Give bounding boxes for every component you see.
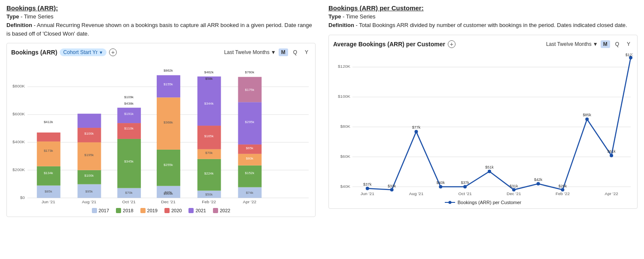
svg-text:$80K: $80K: [340, 123, 351, 128]
legend-2020: 2020: [164, 208, 182, 213]
right-line-chart: $40K $60K $80K $100K $120K: [333, 51, 633, 197]
svg-text:$42k: $42k: [534, 177, 543, 181]
svg-text:$303k: $303k: [164, 192, 173, 196]
legend-swatch-2017: [92, 208, 97, 213]
svg-rect-62: [238, 166, 261, 187]
svg-text:$255k: $255k: [164, 163, 173, 167]
legend-swatch-2019: [140, 208, 146, 213]
svg-text:Jun '21: Jun '21: [361, 191, 374, 196]
svg-point-92: [439, 185, 442, 188]
left-metric-definition: Definition - Annual Recurring Revenue sh…: [6, 21, 316, 38]
left-period-y[interactable]: Y: [302, 48, 311, 56]
line-legend-item: Bookings (ARR) per Customer: [445, 200, 522, 205]
svg-text:$155k: $155k: [164, 82, 173, 86]
svg-text:$100k: $100k: [85, 132, 94, 136]
right-chart-title-group: Average Bookings (ARR) per Customer +: [333, 40, 456, 48]
left-chart-controls: Last Twelve Months ▼ M Q Y: [224, 48, 311, 56]
legend-2019: 2019: [140, 208, 158, 213]
cohort-dropdown-arrow: ▼: [99, 50, 103, 55]
legend-swatch-2021: [188, 208, 194, 213]
left-metric-type: Type - Time Series: [6, 13, 316, 20]
cohort-badge[interactable]: Cohort Start Yr ▼: [60, 48, 106, 56]
legend-swatch-2018: [116, 208, 121, 213]
right-legend: Bookings (ARR) per Customer: [333, 200, 633, 205]
svg-text:Apr '22: Apr '22: [243, 199, 257, 204]
svg-text:$800K: $800K: [12, 84, 25, 88]
svg-text:$345k: $345k: [124, 160, 134, 163]
svg-point-94: [488, 169, 491, 173]
svg-rect-32: [117, 123, 141, 139]
main-container: Bookings (ARR): Type - Time Series Defin…: [0, 0, 644, 221]
svg-point-98: [585, 117, 589, 121]
right-panel: Bookings (ARR) per Customer: Type - Time…: [328, 4, 638, 217]
right-period-y[interactable]: Y: [624, 40, 633, 48]
right-metric-type: Type - Time Series: [328, 13, 638, 20]
svg-text:$40k: $40k: [437, 180, 445, 184]
left-chart-container: Bookings (ARR) Cohort Start Yr ▼ + Last …: [6, 43, 316, 217]
svg-text:$862k: $862k: [164, 69, 173, 72]
svg-text:$37k: $37k: [461, 180, 469, 184]
svg-text:Dec '21: Dec '21: [161, 199, 176, 204]
svg-text:$29k: $29k: [559, 184, 567, 188]
svg-text:$50k: $50k: [205, 193, 213, 196]
svg-text:$100K: $100K: [338, 94, 350, 99]
svg-point-96: [537, 182, 540, 185]
legend-swatch-2020: [164, 208, 170, 213]
svg-rect-56: [197, 76, 221, 126]
right-metric-title: Bookings (ARR) per Customer:: [328, 4, 638, 12]
right-period-m[interactable]: M: [601, 40, 610, 48]
svg-text:$127k: $127k: [626, 53, 633, 57]
svg-text:$70k: $70k: [125, 191, 133, 195]
legend-2022: 2022: [213, 208, 230, 213]
svg-point-120: [448, 201, 451, 204]
svg-point-91: [414, 130, 418, 133]
left-time-range[interactable]: Last Twelve Months ▼: [224, 49, 276, 55]
left-legend: 2017 2018 2019 2020 2021: [11, 208, 311, 213]
svg-text:$100k: $100k: [85, 174, 94, 178]
right-time-range[interactable]: Last Twelve Months ▼: [546, 41, 598, 47]
svg-text:$70k: $70k: [205, 151, 213, 155]
svg-text:Feb '22: Feb '22: [202, 199, 216, 204]
legend-2017: 2017: [92, 208, 109, 213]
svg-rect-30: [117, 139, 141, 188]
svg-text:$600K: $600K: [12, 111, 25, 116]
legend-2021: 2021: [188, 208, 206, 213]
svg-text:$74k: $74k: [246, 191, 253, 195]
svg-text:Oct '21: Oct '21: [122, 199, 136, 204]
svg-text:$77k: $77k: [412, 125, 421, 129]
svg-point-89: [366, 187, 369, 190]
svg-text:$152k: $152k: [245, 171, 255, 175]
left-metric-title: Bookings (ARR):: [6, 4, 316, 12]
left-chart-header: Bookings (ARR) Cohort Start Yr ▼ + Last …: [11, 48, 311, 56]
svg-text:$195k: $195k: [85, 153, 94, 157]
svg-text:$760k: $760k: [245, 70, 255, 74]
right-period-q[interactable]: Q: [613, 40, 622, 48]
svg-rect-26: [78, 114, 101, 128]
svg-text:$33k: $33k: [388, 184, 396, 188]
svg-text:$200K: $200K: [12, 167, 25, 172]
left-panel: Bookings (ARR): Type - Time Series Defin…: [6, 4, 316, 217]
svg-rect-16: [37, 133, 61, 142]
svg-text:$85k: $85k: [583, 113, 592, 117]
svg-text:$173k: $173k: [44, 149, 53, 153]
svg-text:Aug '21: Aug '21: [82, 199, 97, 204]
svg-text:$224k: $224k: [204, 172, 214, 175]
svg-text:$191k: $191k: [124, 112, 134, 116]
left-period-m[interactable]: M: [279, 48, 288, 56]
svg-text:$61k: $61k: [607, 149, 616, 153]
left-add-button[interactable]: +: [109, 48, 117, 56]
svg-text:$40K: $40K: [340, 184, 351, 188]
svg-text:Dec '21: Dec '21: [507, 191, 521, 196]
right-chart-controls: Last Twelve Months ▼ M Q Y: [546, 40, 633, 48]
left-bar-chart-svg: $0 $200K $400K $600K $800K $85k: [11, 60, 311, 205]
left-period-q[interactable]: Q: [291, 48, 300, 56]
svg-text:$60K: $60K: [340, 154, 351, 158]
svg-text:$80k: $80k: [246, 157, 253, 160]
right-add-button[interactable]: +: [448, 40, 456, 48]
right-chart-title: Average Bookings (ARR) per Customer: [333, 41, 445, 48]
svg-text:$51k: $51k: [485, 165, 494, 169]
legend-2018: 2018: [116, 208, 133, 213]
right-chart-header: Average Bookings (ARR) per Customer + La…: [333, 40, 633, 48]
svg-text:Oct '21: Oct '21: [458, 191, 472, 196]
svg-text:$400K: $400K: [12, 139, 25, 144]
